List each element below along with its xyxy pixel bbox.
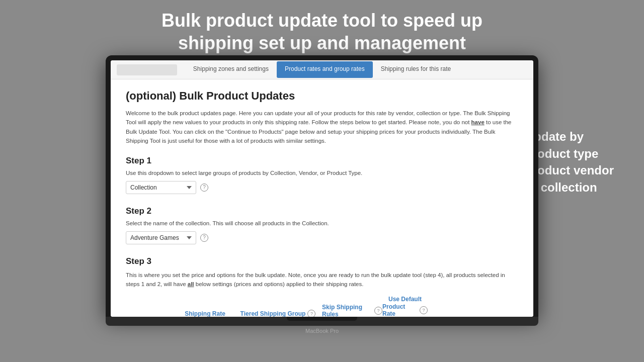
laptop-frame: Shipping zones and settings Product rate… (106, 55, 538, 334)
nav-bar: Shipping zones and settings Product rate… (111, 60, 533, 79)
laptop-bezel: Shipping zones and settings Product rate… (106, 55, 538, 317)
update-by-collection: or collection (525, 179, 614, 196)
intro-text: Welcome to the bulk product updates page… (126, 109, 518, 146)
rate-table-header: Shipping Rate Tiered Shipping Group ? Sk… (126, 296, 518, 317)
step3-bold: all (188, 281, 194, 287)
header-skip-rules: Skip Shipping Rules ? (322, 304, 382, 317)
laptop-base (106, 317, 538, 326)
step1-help-icon[interactable]: ? (200, 184, 208, 192)
intro-bold: have (471, 119, 485, 125)
step2-dropdown[interactable]: Adventure Games Board Games Card Games (126, 231, 196, 244)
tiered-group-help-icon[interactable]: ? (307, 310, 315, 317)
sidebar-update-by: Update by product type product vendor or… (525, 128, 614, 196)
header-tiered-group: Tiered Shipping Group ? (234, 310, 322, 317)
step1-dropdown[interactable]: Collection Vendor Product Type (126, 181, 196, 194)
header-shipping-rate: Shipping Rate (176, 309, 234, 317)
step3-title: Step 3 (126, 256, 518, 266)
step3-section: Step 3 This is where you set the price a… (126, 256, 518, 317)
step2-help-icon[interactable]: ? (200, 234, 208, 242)
step1-desc: Use this dropdown to select large groups… (126, 170, 518, 176)
update-by-label: Update by (525, 128, 614, 145)
page-title: (optional) Bulk Product Updates (126, 89, 518, 103)
step1-section: Step 1 Use this dropdown to select large… (126, 156, 518, 194)
update-by-type: product type (525, 145, 614, 162)
header-line1: Bulk product update tool to speed up (50, 9, 594, 32)
skip-rules-help-icon[interactable]: ? (374, 307, 382, 315)
step2-title: Step 2 (126, 206, 518, 216)
tab-shipping-zones[interactable]: Shipping zones and settings (185, 61, 277, 78)
header-line2: shipping set up and management (50, 32, 594, 54)
tab-shipping-rules[interactable]: Shipping rules for this rate (373, 61, 459, 78)
laptop-label: MacBook Pro (106, 328, 538, 334)
step1-title: Step 1 (126, 156, 518, 166)
header-use-default: Use Default Product Rate ? (382, 296, 428, 317)
step1-controls: Collection Vendor Product Type ? (126, 181, 518, 194)
search-bar[interactable] (117, 64, 177, 75)
product-rate-help-icon[interactable]: ? (420, 306, 428, 314)
laptop-screen: Shipping zones and settings Product rate… (111, 60, 533, 317)
step2-desc: Select the name of the collection. This … (126, 220, 518, 226)
step2-section: Step 2 Select the name of the collection… (126, 206, 518, 244)
tab-product-rates[interactable]: Product rates and group rates (277, 61, 373, 78)
step3-desc: This is where you set the price and opti… (126, 270, 518, 289)
update-by-vendor: product vendor (525, 162, 614, 179)
page-header: Bulk product update tool to speed up shi… (0, 0, 644, 54)
step2-controls: Adventure Games Board Games Card Games ? (126, 231, 518, 244)
content-area: (optional) Bulk Product Updates Welcome … (111, 79, 533, 317)
